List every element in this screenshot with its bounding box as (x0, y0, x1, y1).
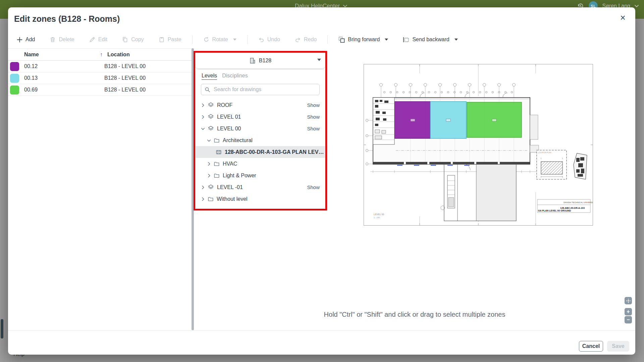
rotate-button[interactable]: Rotate (203, 37, 236, 43)
folder-icon (208, 196, 214, 202)
zone-name: 00.69 (24, 87, 38, 93)
chevron-right-icon[interactable] (200, 103, 205, 108)
location-plan-detail: LOCATION PLAN (537, 150, 567, 179)
service-core (373, 98, 394, 144)
tree-item-light-power[interactable]: Light & Power (196, 170, 325, 181)
tree-item-128-abc-00-dr-a-103-ga-plan-le[interactable]: 128-ABC-00-DR-A-103-GA PLAN LEVEL … (196, 146, 325, 158)
rotate-icon (203, 37, 209, 43)
trash-icon (50, 37, 56, 43)
building-selector[interactable]: B128 (196, 53, 325, 68)
tree-item-roof[interactable]: ROOFShow (196, 99, 325, 111)
floor-plan-svg[interactable]: LOCATION PLAN DANISH TECHNICAL UN (364, 64, 593, 226)
paste-button[interactable]: Paste (159, 37, 181, 43)
page-scrollbar[interactable] (1, 319, 3, 339)
chevron-down-icon (343, 5, 347, 7)
table-row[interactable]: 00.12 B128 - LEVEL 00 (8, 61, 192, 72)
close-icon[interactable]: × (618, 13, 628, 23)
drawings-tree: ROOFShowLEVEL 01ShowLEVEL 00ShowArchitec… (196, 99, 325, 205)
show-link[interactable]: Show (307, 102, 325, 108)
chevron-down-icon (385, 39, 388, 41)
tree-item-hvac[interactable]: HVAC (196, 158, 325, 170)
bring-forward-icon (338, 37, 345, 43)
zone-table-rows: 00.12 B128 - LEVEL 00 00.13 B128 - LEVEL… (8, 60, 192, 96)
chevron-down-icon (317, 59, 321, 61)
toolbar-separator (327, 35, 328, 44)
chevron-down-icon[interactable] (206, 138, 211, 143)
floor-plan-viewport[interactable]: LOCATION PLAN DANISH TECHNICAL UN (364, 64, 593, 226)
copy-icon (122, 37, 128, 43)
sort-arrow-icon: ↑ (100, 52, 103, 58)
redo-button[interactable]: Redo (295, 37, 317, 43)
tree-item-level-00[interactable]: LEVEL 00Show (196, 123, 325, 134)
tree-item-level-01[interactable]: LEVEL -01Show (196, 181, 325, 193)
folder-icon (214, 161, 220, 167)
screen: Dalux HelpCenter SL Søren Lang Help Edit… (0, 0, 644, 362)
svg-text:DANISH TECHNICAL UNIVERSITY: DANISH TECHNICAL UNIVERSITY (564, 201, 593, 203)
zoom-in-button[interactable]: + (625, 308, 632, 315)
tree-item-label: LEVEL -01 (217, 184, 243, 190)
svg-text:1 : 100: 1 : 100 (374, 217, 380, 219)
chevron-right-icon[interactable] (200, 197, 205, 201)
svg-text:LOCATION PLAN: LOCATION PLAN (538, 152, 551, 154)
column-header-name[interactable]: Name (24, 52, 39, 58)
tree-item-label: LEVEL 01 (217, 114, 241, 120)
cancel-button[interactable]: Cancel (579, 341, 603, 352)
copy-button[interactable]: Copy (122, 37, 144, 43)
chevron-down-icon[interactable] (200, 126, 205, 131)
plus-icon (17, 37, 22, 43)
bring-forward-button[interactable]: Bring forward (338, 37, 388, 43)
toolbar: Add Delete Edit Copy Paste Rotate (17, 33, 458, 46)
edit-button[interactable]: Edit (89, 37, 108, 43)
chevron-right-icon[interactable] (200, 185, 205, 190)
search-input[interactable] (213, 86, 316, 93)
show-link[interactable]: Show (307, 126, 325, 131)
zone-name: 00.12 (24, 63, 38, 69)
layers-icon (208, 184, 214, 190)
tab-levels[interactable]: Levels (202, 73, 217, 80)
folder-icon (214, 173, 220, 179)
zone-location: B128 - LEVEL 00 (104, 87, 146, 93)
show-link[interactable]: Show (307, 184, 325, 190)
chevron-right-icon[interactable] (200, 115, 205, 119)
svg-text:LEVEL 00: LEVEL 00 (374, 213, 384, 216)
zoom-out-button[interactable]: − (625, 316, 632, 323)
column-header-location[interactable]: Location (107, 52, 130, 58)
table-row[interactable]: 00.13 B128 - LEVEL 00 (8, 72, 192, 84)
footer-divider (8, 330, 635, 330)
tree-item-level-01[interactable]: LEVEL 01Show (196, 111, 325, 123)
zone-location: B128 - LEVEL 00 (104, 63, 146, 69)
table-row[interactable]: 00.69 B128 - LEVEL 00 (8, 84, 192, 96)
building-icon (249, 57, 256, 64)
zone-color-swatch (10, 85, 19, 95)
add-button[interactable]: Add (17, 37, 35, 43)
toolbar-separator (247, 35, 248, 44)
chevron-down-icon[interactable] (635, 5, 639, 7)
multi-select-hint: Hold "Ctrl" or "Shift" and click or drag… (194, 311, 635, 318)
tree-item-without-level[interactable]: Without level (196, 193, 325, 205)
dialog-title: Edit zones (B128 - Rooms) (14, 14, 120, 24)
save-button[interactable]: Save (607, 341, 629, 352)
send-backward-button[interactable]: Send backward (403, 37, 458, 43)
send-backward-icon (403, 37, 409, 43)
delete-button[interactable]: Delete (50, 37, 74, 43)
zones[interactable] (394, 102, 522, 138)
show-link[interactable]: Show (307, 114, 325, 120)
layers-icon (208, 125, 214, 132)
toolbar-divider (8, 48, 192, 49)
tab-disciplines[interactable]: Disciplines (222, 73, 248, 80)
zone-name: 00.13 (24, 75, 38, 81)
chevron-right-icon[interactable] (206, 162, 211, 166)
pencil-icon (89, 37, 95, 43)
pan-icon[interactable] (625, 297, 632, 304)
panel-tabs: Levels Disciplines (202, 73, 248, 80)
zone-table-header: Name ↑ Location (8, 50, 192, 60)
chevron-right-icon[interactable] (206, 173, 211, 178)
tree-item-architectural[interactable]: Architectural (196, 134, 325, 146)
undo-button[interactable]: Undo (258, 37, 280, 43)
right-annexes (530, 115, 539, 153)
edit-zones-dialog: Edit zones (B128 - Rooms) × Add Delete E… (8, 7, 635, 355)
svg-text:GA PLAN LEVEL 00 GROUND: GA PLAN LEVEL 00 GROUND (538, 209, 571, 212)
zone-color-swatch (10, 62, 19, 71)
tree-item-label: ROOF (217, 102, 232, 108)
redo-icon (295, 37, 301, 43)
